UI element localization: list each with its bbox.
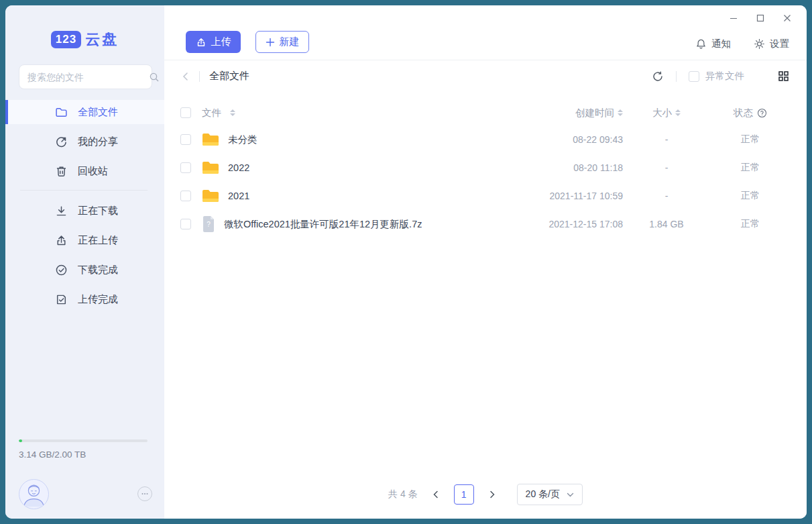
sidebar-item-label: 上传完成 (78, 293, 118, 306)
avatar[interactable] (19, 479, 49, 509)
pagination: 共 4 条 1 20 条/页 (164, 484, 807, 505)
path-bar: 全部文件 异常文件 (164, 60, 807, 92)
header-file: 文件 (202, 107, 221, 119)
file-status: 正常 (710, 162, 791, 174)
file-created: 08-22 09:43 (522, 134, 623, 145)
grid-view-icon[interactable] (778, 70, 789, 82)
sidebar-nav: 全部文件 我的分享 回收站 (5, 100, 164, 311)
folder-yellow-icon (202, 160, 219, 175)
gear-icon (754, 38, 765, 50)
sort-file-icon[interactable] (230, 109, 235, 116)
sidebar-item-label: 正在上传 (78, 234, 118, 247)
search-icon (149, 72, 160, 83)
table-header: 文件 创建时间 大小 状态 (164, 100, 807, 125)
file-created: 08-20 11:18 (522, 162, 623, 173)
sidebar-item-label: 回收站 (78, 165, 108, 178)
upload-done-icon (55, 293, 68, 306)
file-size: - (623, 134, 710, 145)
maximize-button[interactable] (756, 13, 765, 23)
abnormal-files-toggle[interactable]: 异常文件 (689, 70, 744, 83)
pagination-total: 共 4 条 (388, 488, 418, 501)
file-name: 微软Office2021批量许可版21年12月更新版.7z (224, 218, 422, 231)
plus-icon (266, 38, 275, 47)
notifications-label: 通知 (711, 38, 731, 50)
upload-button-label: 上传 (211, 36, 231, 48)
file-name: 2022 (228, 162, 249, 173)
settings-label: 设置 (770, 38, 789, 50)
prev-page-icon[interactable] (431, 490, 441, 499)
file-size: - (623, 162, 710, 173)
sidebar-item-upload-complete[interactable]: 上传完成 (5, 287, 164, 311)
file-created: 2021-12-15 17:08 (522, 219, 623, 229)
bell-icon (695, 38, 707, 50)
settings-button[interactable]: 设置 (754, 38, 789, 50)
sidebar-divider (20, 190, 148, 191)
select-all-checkbox[interactable] (180, 107, 191, 118)
folder-yellow-icon (202, 132, 219, 147)
abnormal-files-checkbox[interactable] (689, 71, 699, 82)
main-panel: 上传 新建 通知 (164, 5, 807, 519)
search-box[interactable] (19, 64, 152, 89)
pathbar-actions: 异常文件 (652, 70, 789, 83)
folder-icon (55, 106, 68, 119)
sort-size-icon[interactable] (675, 109, 681, 116)
table-row[interactable]: 2022 08-20 11:18 - 正常 (164, 154, 807, 182)
status-help-icon[interactable] (757, 108, 767, 118)
upload-button[interactable]: 上传 (186, 31, 241, 53)
path-divider (199, 71, 200, 82)
download-icon (55, 205, 68, 217)
file-status: 正常 (710, 190, 791, 202)
share-icon (55, 136, 68, 148)
sidebar-item-my-shares[interactable]: 我的分享 (5, 129, 164, 154)
download-done-icon (55, 264, 68, 276)
upload-icon (55, 234, 68, 247)
file-list: 未分类 08-22 09:43 - 正常 2022 08- (164, 125, 807, 519)
app-logo: 123 云盘 (5, 30, 164, 50)
new-button[interactable]: 新建 (255, 31, 309, 53)
table-row[interactable]: 2021 2021-11-17 10:59 - 正常 (164, 182, 807, 210)
header-size: 大小 (652, 107, 672, 119)
row-checkbox[interactable] (180, 134, 191, 145)
logo-badge: 123 (51, 31, 81, 48)
toolbar: 上传 新建 通知 (164, 5, 807, 60)
table-row[interactable]: ? 微软Office2021批量许可版21年12月更新版.7z 2021-12-… (164, 210, 807, 238)
page-number-button[interactable]: 1 (454, 484, 474, 505)
more-options-button[interactable] (137, 486, 152, 501)
sidebar-item-label: 正在下载 (78, 205, 118, 217)
sidebar-item-download-complete[interactable]: 下载完成 (5, 258, 164, 282)
file-size: - (623, 191, 710, 201)
header-status: 状态 (734, 107, 753, 119)
storage-progress-bar (19, 439, 148, 442)
file-name: 2021 (228, 191, 249, 201)
next-page-icon[interactable] (487, 490, 497, 499)
close-button[interactable] (782, 13, 792, 23)
sidebar-item-downloading[interactable]: 正在下载 (5, 199, 164, 223)
page-size-select[interactable]: 20 条/页 (517, 484, 583, 505)
search-input[interactable] (27, 72, 149, 83)
svg-text:?: ? (207, 221, 211, 228)
sidebar-item-all-files[interactable]: 全部文件 (5, 100, 164, 124)
app-window: 123 云盘 全部文件 (5, 5, 807, 519)
back-icon[interactable] (180, 71, 191, 82)
table-row[interactable]: 未分类 08-22 09:43 - 正常 (164, 125, 807, 154)
file-created: 2021-11-17 10:59 (522, 191, 623, 201)
row-checkbox[interactable] (180, 191, 191, 201)
trash-icon (55, 165, 68, 178)
sort-created-icon[interactable] (618, 109, 623, 116)
file-status: 正常 (710, 218, 791, 230)
sidebar: 123 云盘 全部文件 (5, 5, 164, 519)
row-checkbox[interactable] (180, 162, 191, 173)
sidebar-item-label: 我的分享 (78, 136, 118, 148)
abnormal-files-label: 异常文件 (705, 70, 744, 83)
new-button-label: 新建 (280, 36, 300, 48)
page-size-value: 20 条/页 (526, 488, 560, 501)
sidebar-item-uploading[interactable]: 正在上传 (5, 228, 164, 252)
row-checkbox[interactable] (180, 219, 191, 229)
user-row (19, 477, 152, 511)
file-status: 正常 (710, 134, 791, 146)
notifications-button[interactable]: 通知 (695, 38, 731, 50)
minimize-button[interactable] (729, 13, 738, 23)
refresh-icon[interactable] (652, 70, 664, 83)
sidebar-item-recycle-bin[interactable]: 回收站 (5, 159, 164, 183)
sidebar-item-label: 下载完成 (78, 264, 118, 276)
